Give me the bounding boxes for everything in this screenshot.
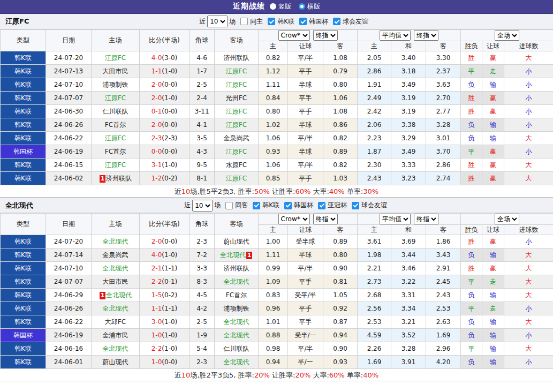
fulltime-score: 0-0 [151,148,162,155]
result-cell: 负 [461,78,482,92]
result-text: 平 [468,305,475,312]
results-table: 类型日期主场比分(半场)角球客场Crow*终指平均值终指全场主让球客主和客胜负让… [0,29,553,185]
halftime-score: (1-0) [162,94,177,102]
handicap-odds-cell: 0.96 [259,302,288,315]
home-team: FC首尔 [92,145,140,159]
competition-checkbox[interactable] [352,202,359,209]
result-text: 小 [526,331,532,339]
fulltime-score: 2-2 [151,278,162,285]
result-cell: 平 [461,342,482,356]
handicap-odds-cell: 0.82 [323,132,358,145]
odds-source-select[interactable]: 全场 [495,30,519,41]
corners-cell: 2-3 [190,356,215,369]
average-odds-cell: 3.28 [391,342,426,356]
average-odds-cell: 3.22 [391,275,426,289]
handicap-odds-cell: 0.98 [259,342,288,356]
result-text: 走 [490,278,496,285]
result-cell: 负 [461,248,482,262]
odds-source-select[interactable]: 终指 [313,30,338,41]
halftime-score: (0-2) [162,175,177,182]
radio-horizontal-label: 横版 [307,2,320,11]
result-cell: 小 [504,329,553,342]
same-venue-checkbox[interactable] [225,202,233,209]
radio-button-icon[interactable] [299,3,305,10]
result-cell: 大 [504,315,553,329]
same-venue-checkbox[interactable] [240,18,248,25]
average-odds-cell: 3.63 [426,78,461,92]
average-odds-cell: 3.43 [426,248,461,262]
odds-source-select[interactable]: 平均值 [380,214,411,224]
handicap-odds-cell: 0.90 [323,342,358,356]
odds-source-select[interactable]: 终指 [313,214,338,224]
result-cell: 输 [482,342,504,356]
odds-source-select[interactable]: Crow* [278,30,310,41]
corners-cell: 3-11 [190,105,215,118]
competition-type-badge: 韩K联 [1,302,46,315]
result-text: 负 [468,291,475,299]
match-row: 韩K联24-07-07江原FC2-0(1-0)2-4光州FC0.84平手1.06… [1,92,553,105]
match-date: 24-06-15 [46,159,92,172]
score-cell: 3-0(1-0) [140,315,190,329]
result-text: 平 [468,345,475,352]
result-cell: 输 [482,118,504,132]
home-team: 江原FC [92,159,140,172]
result-cell: 输 [482,78,504,92]
handicap-odds-cell: 0.79 [323,65,358,78]
competition-checkbox[interactable] [318,202,325,209]
odds-group-header: 全场 [461,30,553,41]
away-team: 济州联队 [215,51,259,65]
odds-source-select[interactable]: 全场 [495,214,519,224]
radio-vertical-layout[interactable]: 竖版 [270,2,291,11]
odds-source-select[interactable]: 终指 [414,214,438,224]
column-header: 主场 [92,214,140,235]
result-cell: 胜 [461,172,482,185]
average-odds-cell: 3.49 [391,78,426,92]
odds-source-select[interactable]: Crow* [278,214,310,224]
result-cell: 小 [504,235,553,248]
average-odds-cell: 3.61 [358,235,391,248]
competition-checkbox[interactable] [268,18,275,25]
match-count-select[interactable]: 10 [192,200,213,212]
competition-type-badge: 韩K联 [1,275,46,289]
away-team-name: 江原FC [226,67,247,75]
halftime-score: (1-0) [162,318,177,326]
average-odds-cell: 2.05 [358,51,391,65]
halftime-score: (1-0) [162,67,177,75]
score-cell: 0-0(0-0) [140,145,190,159]
score-cell: 4-0(1-0) [140,248,190,262]
result-cell: 赢 [482,92,504,105]
score-cell: 2-0(1-0) [140,92,190,105]
odds-source-select[interactable]: 终指 [414,30,438,41]
handicap-odds-cell: 平手 [288,65,323,78]
odds-source-select[interactable]: 平均值 [380,30,411,41]
competition-checkbox[interactable] [253,202,260,209]
radio-button-icon[interactable] [270,3,276,10]
handicap-odds-cell: 0.80 [323,78,358,92]
home-team: FC首尔 [92,118,140,132]
match-date: 24-07-10 [46,78,92,92]
radio-horizontal-layout[interactable]: 横版 [299,2,320,11]
near-label: 近 [199,17,206,26]
match-count-select[interactable]: 10 [207,16,228,27]
competition-checkbox[interactable] [299,18,307,25]
column-subheader: 客 [323,41,358,51]
result-text: 大 [526,175,532,182]
home-team: 全北现代 [92,302,140,315]
average-odds-cell: 2.53 [426,302,461,315]
column-subheader: 和 [391,41,426,51]
home-team-name: FC首尔 [105,148,126,155]
competition-checkbox[interactable] [284,202,292,209]
halftime-score: (0-1) [162,278,177,285]
match-row: 韩K联24-07-10全北现代2-1(1-1)3-3济州联队0.99平/半0.9… [1,262,553,275]
corners-cell: 3-3 [190,262,215,275]
competition-checkbox[interactable] [333,18,340,25]
corners-cell: 9-5 [190,159,215,172]
result-text: 输 [490,251,496,259]
halftime-score: (0-0) [162,238,177,245]
fulltime-score: 2-3 [151,134,162,142]
score-cell: 2-2(0-1) [140,275,190,289]
average-odds-cell: 1.69 [358,356,391,369]
average-odds-cell: 2.49 [358,92,391,105]
summary-part: 单率: [345,371,363,379]
result-text: 大 [526,345,532,352]
